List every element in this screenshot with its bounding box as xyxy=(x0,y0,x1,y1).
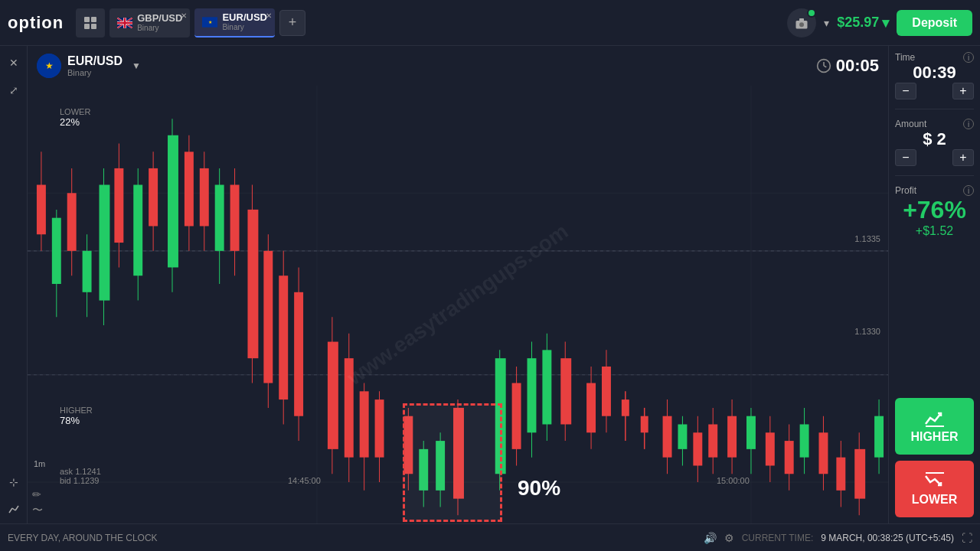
time-label-2: 15:00:00 xyxy=(717,476,750,485)
time-stepper: − + xyxy=(895,83,974,99)
amount-display: $ 2 xyxy=(895,129,974,149)
higher-button[interactable]: HIGHER xyxy=(895,398,974,455)
svg-rect-43 xyxy=(100,185,110,301)
close-tab-gbpusd[interactable]: ✕ xyxy=(181,11,187,20)
eurusd-pair-label: EUR/USD xyxy=(222,11,267,24)
svg-rect-45 xyxy=(114,168,123,243)
deposit-button[interactable]: Deposit xyxy=(897,10,972,36)
time-section: Time i 00:39 − + xyxy=(895,52,974,99)
svg-point-16 xyxy=(799,22,804,27)
indicator-button[interactable] xyxy=(3,499,24,520)
time-display: 00:39 xyxy=(895,63,974,83)
svg-rect-39 xyxy=(67,193,77,251)
svg-rect-95 xyxy=(586,383,596,433)
svg-rect-121 xyxy=(818,432,828,474)
ask-value: ask 1.1241 xyxy=(60,467,101,476)
balance-display[interactable]: $25.97 ▾ xyxy=(837,15,889,31)
chart-pair-name: EUR/USD xyxy=(67,54,122,68)
svg-rect-41 xyxy=(83,251,92,292)
svg-rect-91 xyxy=(542,350,551,424)
svg-rect-61 xyxy=(247,210,258,358)
amount-info-icon[interactable]: i xyxy=(963,119,974,129)
chart-area[interactable]: www.easytradingups.com xyxy=(28,86,888,523)
svg-rect-59 xyxy=(230,185,240,251)
svg-rect-123 xyxy=(836,458,845,491)
svg-rect-119 xyxy=(800,424,809,457)
amount-label: Amount i xyxy=(895,119,974,129)
tab-eurusd[interactable]: ✕ ★ EUR/USD Binary xyxy=(194,8,275,37)
expand-icon-button[interactable]: ⤢ xyxy=(3,80,24,101)
svg-rect-73 xyxy=(360,391,369,457)
svg-rect-49 xyxy=(149,168,158,227)
balance-value: $25.97 xyxy=(837,15,879,31)
svg-rect-51 xyxy=(168,135,178,268)
svg-rect-125 xyxy=(854,449,865,499)
svg-rect-85 xyxy=(495,358,506,474)
time-increase-button[interactable]: + xyxy=(952,83,974,99)
timeframe-label: 1m xyxy=(31,458,48,470)
svg-rect-77 xyxy=(403,416,413,474)
pair-selector[interactable]: ★ EUR/USD Binary ▼ xyxy=(37,54,141,78)
svg-rect-111 xyxy=(727,416,737,458)
profit-label: Profit i xyxy=(895,185,974,196)
svg-rect-12 xyxy=(124,18,126,28)
time-label: Time i xyxy=(895,52,974,63)
gbpusd-pair-label: GBP/USD xyxy=(137,12,182,24)
svg-rect-47 xyxy=(133,185,142,276)
svg-rect-79 xyxy=(419,449,428,491)
wave-icon[interactable]: 〜 xyxy=(32,504,43,517)
svg-rect-1 xyxy=(91,17,96,22)
higher-btn-label: HIGHER xyxy=(910,430,958,444)
close-tab-eurusd[interactable]: ✕ xyxy=(266,11,272,20)
amount-increase-button[interactable]: + xyxy=(952,149,974,166)
add-tab-button[interactable]: + xyxy=(279,10,305,36)
profit-info-icon[interactable]: i xyxy=(963,185,974,196)
tab-gbpusd[interactable]: ✕ GBP/USD Binary xyxy=(109,8,190,37)
svg-text:★: ★ xyxy=(208,19,212,24)
svg-rect-75 xyxy=(375,399,384,458)
lower-button[interactable]: LOWER xyxy=(895,461,974,517)
time-decrease-button[interactable]: − xyxy=(895,83,916,99)
profit-section: Profit i +76% +$1.52 xyxy=(895,185,974,238)
main-content: ✕ ⤢ ⊹ ★ EUR/USD xyxy=(0,46,980,523)
svg-rect-3 xyxy=(91,24,96,29)
time-label-1: 14:45:00 xyxy=(288,476,321,485)
svg-line-20 xyxy=(15,506,18,510)
balance-arrow: ▾ xyxy=(882,15,889,31)
camera-button[interactable] xyxy=(787,8,816,37)
svg-rect-55 xyxy=(200,168,209,227)
chart-pair-type: Binary xyxy=(67,68,122,77)
svg-rect-35 xyxy=(37,185,46,235)
svg-rect-113 xyxy=(746,416,756,449)
svg-rect-107 xyxy=(693,432,702,465)
current-time-label: CURRENT TIME: xyxy=(742,533,814,543)
svg-rect-69 xyxy=(328,342,338,449)
countdown-timer: 00:05 xyxy=(836,56,879,76)
draw-tool-button[interactable]: ⊹ xyxy=(3,471,24,493)
left-sidebar: ✕ ⤢ ⊹ xyxy=(0,46,28,523)
lower-btn-label: LOWER xyxy=(912,493,958,507)
amount-stepper: − + xyxy=(895,149,974,166)
grid-icon-button[interactable] xyxy=(76,8,105,37)
svg-rect-99 xyxy=(622,399,629,416)
nav-right: ▾ $25.97 ▾ Deposit xyxy=(787,8,972,37)
settings-button[interactable]: ⚙ xyxy=(724,532,734,544)
chart-header: ★ EUR/USD Binary ▼ LOWER 22% HIGHER 78% xyxy=(28,46,888,86)
svg-rect-17 xyxy=(799,18,804,21)
pair-flag-icon: ★ xyxy=(37,54,61,78)
svg-text:★: ★ xyxy=(45,60,54,70)
price-2-value: 1.1330 xyxy=(854,327,880,336)
draw-icon[interactable]: ✏ xyxy=(32,488,41,500)
camera-dropdown[interactable]: ▾ xyxy=(824,17,829,29)
time-info-icon[interactable]: i xyxy=(963,52,974,63)
close-chart-button[interactable]: ✕ xyxy=(3,52,24,73)
pair-dropdown-icon[interactable]: ▼ xyxy=(132,60,141,71)
amount-decrease-button[interactable]: − xyxy=(895,149,916,166)
top-navigation: option ✕ GBP/USD Binary ✕ xyxy=(0,0,980,46)
volume-button[interactable]: 🔊 xyxy=(704,532,717,544)
svg-rect-63 xyxy=(263,251,273,383)
trading-panel: Time i 00:39 − + Amount i $ 2 − + xyxy=(888,46,980,523)
svg-rect-87 xyxy=(512,383,521,449)
svg-rect-57 xyxy=(215,185,224,251)
fullscreen-button[interactable]: ⛶ xyxy=(962,532,972,544)
